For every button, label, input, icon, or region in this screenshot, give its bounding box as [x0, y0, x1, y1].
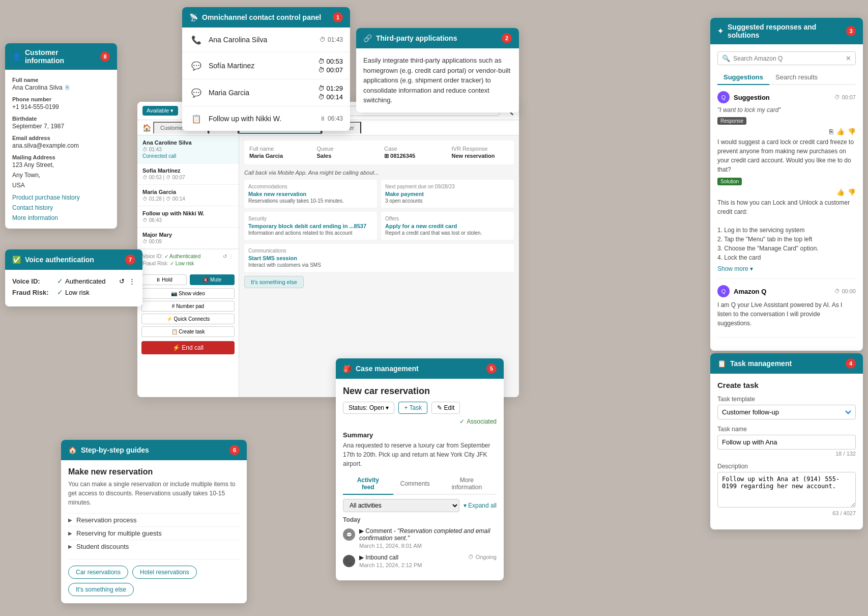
- solution-thumbs-up[interactable]: 👍: [836, 188, 845, 196]
- address-line-2: Any Town,: [12, 172, 40, 179]
- activity-dot-comment: 💬: [343, 528, 355, 541]
- suggestion-item-2: Q Amazon Q ⏱ 00:00 I am Q your Live Assi…: [717, 285, 856, 338]
- card-offers[interactable]: Offers Apply for a new credit card Repor…: [381, 212, 514, 240]
- guide-item-3[interactable]: ▶ Student discounts: [68, 540, 240, 553]
- associated-label: Associated: [467, 418, 497, 425]
- tab-search-results[interactable]: Search results: [769, 70, 824, 85]
- quick-connects-button[interactable]: ⚡ Quick Connects: [141, 314, 235, 324]
- customer-header: Full name Maria Garcia Queue Sales Case …: [244, 141, 514, 164]
- case-body: New car reservation Status: Open ▾ + Tas…: [336, 379, 504, 580]
- hold-button[interactable]: ⏸ Hold: [141, 274, 187, 285]
- task-icon: 📋: [189, 111, 204, 126]
- case-add-task-btn[interactable]: + Task: [398, 402, 427, 414]
- thumbs-up-icon[interactable]: 👍: [836, 128, 845, 135]
- solution-thumbs-down[interactable]: 👎: [848, 188, 856, 196]
- activity-dot-call: 📞: [343, 555, 355, 567]
- ivr-value: New reservation: [452, 153, 509, 159]
- clear-search-icon[interactable]: ✕: [846, 54, 851, 62]
- expand-all-btn[interactable]: ▾ Expand all: [464, 502, 497, 509]
- contact-time-ana: ⏱ 01:43: [320, 36, 343, 43]
- show-video-button[interactable]: 📷 Show video: [141, 288, 235, 299]
- product-history-link[interactable]: Product purchase history: [12, 194, 110, 201]
- customer-address-label: Mailing Address: [12, 154, 110, 160]
- field-ivr: IVR Response New reservation: [452, 146, 509, 159]
- contact-item-nikki[interactable]: 📋 Follow up with Nikki W. ⏸ 06:43: [182, 106, 350, 131]
- ccp-contact-sidebar: Ana Caroline Silva ⏱ 01:43 Connected cal…: [137, 135, 239, 397]
- something-else-btn[interactable]: It's something else: [244, 276, 304, 288]
- contact-name-sofia: Sofía Martinez: [209, 62, 313, 70]
- thumbs-down-icon[interactable]: 👎: [848, 128, 856, 135]
- card-title-1: Make new reservation: [248, 191, 373, 197]
- case-label: Case: [384, 146, 442, 152]
- voice-id-status: Authenticated: [65, 277, 106, 285]
- task-template-select[interactable]: Customer follow-up: [717, 405, 856, 419]
- number-pad-button[interactable]: # Number pad: [141, 301, 235, 312]
- tab-activity-feed[interactable]: Activity feed: [343, 473, 393, 495]
- case-badge: 5: [486, 363, 497, 374]
- case-edit-btn[interactable]: ✎ Edit: [431, 402, 460, 414]
- clock-icon: ⏱: [320, 36, 326, 43]
- contact-item-ana[interactable]: 📞 Ana Carolina Silva ⏱ 01:43: [182, 27, 350, 52]
- arrow-icon-2: ▶: [68, 530, 72, 536]
- suggestions-icon: ✦: [717, 27, 724, 35]
- end-call-button[interactable]: ⚡ End call: [141, 341, 235, 354]
- suggestions-search-input[interactable]: [733, 55, 843, 62]
- activity-title-call: ▶ Inbound call ⏱ Ongoing: [359, 554, 497, 561]
- activity-filter-row: All activities ▾ Expand all: [343, 499, 497, 512]
- third-party-icon: 🔗: [363, 34, 372, 42]
- more-icon[interactable]: ⋮: [129, 277, 135, 285]
- ccp-contact-item-3[interactable]: Maria Garcia ⏱ 01:28 | ⏱ 00:14: [137, 185, 239, 206]
- something-else-footer-btn[interactable]: It's something else: [68, 583, 134, 596]
- guide-item-1[interactable]: ▶ Reservation process: [68, 513, 240, 526]
- hotel-reservations-btn[interactable]: Hotel reservations: [132, 566, 197, 579]
- card-security[interactable]: Security Temporary block debit card endi…: [244, 212, 377, 240]
- contact-history-link[interactable]: Contact history: [12, 204, 110, 211]
- guides-title: Step-by-step guides: [81, 446, 149, 454]
- panel-task-header: 📋 Task management 4: [710, 353, 863, 374]
- ccp-contact-item-4[interactable]: Follow up with Nikki W. ⏱ 06:43: [137, 206, 239, 228]
- mute-button[interactable]: 🔇 Mute: [190, 274, 235, 285]
- ccp-contact-item-1[interactable]: Ana Caroline Silva ⏱ 01:43 Connected cal…: [137, 135, 239, 163]
- ccp-contact-item-5[interactable]: Major Mary ⏱ 00:09: [137, 228, 239, 249]
- copy-name-icon[interactable]: ⎘: [66, 84, 69, 91]
- tab-comments[interactable]: Comments: [393, 473, 437, 495]
- show-more-btn[interactable]: Show more ▾: [717, 265, 856, 272]
- guide-item-2[interactable]: ▶ Reserving for multiple guests: [68, 526, 240, 540]
- activity-title-comment: ▶ Comment - "Reservation completed and e…: [359, 527, 497, 542]
- suggestions-title: Suggested responses and solutions: [728, 23, 842, 39]
- task-desc-textarea[interactable]: Follow up with Ana at (914) 555-0199 reg…: [717, 472, 856, 508]
- tab-more-info[interactable]: More information: [437, 473, 497, 495]
- car-reservations-btn[interactable]: Car reservations: [68, 566, 128, 579]
- tab-suggestions[interactable]: Suggestions: [717, 70, 769, 85]
- something-else-section: It's something else: [244, 276, 514, 288]
- contact-name-3: Maria Garcia: [142, 189, 234, 195]
- create-task-button[interactable]: 📋 Create task: [141, 326, 235, 337]
- suggestion-header-2: Q Amazon Q ⏱ 00:00: [717, 285, 856, 297]
- contact-item-maria[interactable]: 💬 Maria Garcia ⏱ 01:29 ⏱ 00:14: [182, 79, 350, 106]
- ccp-contact-item-2[interactable]: Sofía Martínez ⏱ 00:53 | ⏱ 00:07: [137, 163, 239, 185]
- refresh-icon[interactable]: ↺: [119, 277, 125, 285]
- copy-icon[interactable]: ⎘: [829, 128, 833, 135]
- third-party-title: Third-party applications: [376, 34, 457, 42]
- card-accommodations[interactable]: Accommodations Make new reservation Rese…: [244, 180, 377, 208]
- case-status-btn[interactable]: Status: Open ▾: [343, 402, 394, 414]
- activity-filter-select[interactable]: All activities: [343, 499, 459, 512]
- customer-fullname-label: Full name: [12, 77, 110, 83]
- card-payment[interactable]: Next payment due on 09/28/23 Make paymen…: [381, 180, 514, 208]
- task-badge: 4: [846, 358, 856, 369]
- create-task-title: Create task: [717, 381, 856, 389]
- card-sms[interactable]: Communications Start SMS session Interac…: [244, 244, 514, 272]
- contact-item-sofia[interactable]: 💬 Sofía Martinez ⏱ 00:53 ⏱ 00:07: [182, 52, 350, 79]
- activity-content-comment: ▶ Comment - "Reservation completed and e…: [359, 527, 497, 549]
- suggestion-avatar-2: Q: [717, 285, 730, 297]
- case-title-header: Case management: [356, 365, 419, 373]
- task-name-input[interactable]: [717, 435, 856, 450]
- voice-actions: ↺ ⋮: [119, 277, 135, 285]
- activity-tabs: Activity feed Comments More information: [343, 473, 497, 495]
- task-template-label: Task template: [717, 396, 856, 403]
- contact-label-1: Connected call: [142, 153, 234, 159]
- clock-icon-maria1: ⏱ 01:29: [318, 85, 343, 92]
- status-button[interactable]: Available ▾: [142, 106, 178, 116]
- more-info-link[interactable]: More information: [12, 214, 110, 221]
- customer-field-birthdate: Birthdate September 7, 1987: [12, 116, 110, 130]
